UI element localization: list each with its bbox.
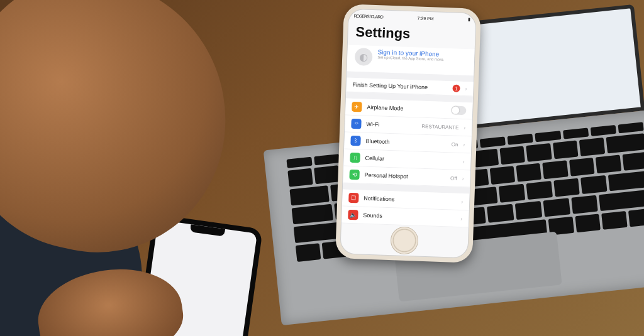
- airplane-toggle[interactable]: [451, 106, 466, 115]
- sign-in-row[interactable]: ◐ Sign in to your iPhone Set up iCloud, …: [347, 45, 474, 76]
- chevron-right-icon: ›: [462, 158, 464, 165]
- wifi-label: Wi-Fi: [366, 121, 416, 129]
- wifi-icon: ⌔: [351, 119, 362, 129]
- chevron-right-icon: ›: [462, 175, 464, 182]
- hotspot-value: Off: [450, 175, 457, 181]
- wifi-value: RESTAURANTE: [421, 123, 458, 130]
- chevron-right-icon: ›: [461, 198, 463, 205]
- hotspot-icon: ⟲: [349, 170, 360, 180]
- status-time: 7:29 PM: [417, 16, 433, 21]
- airplane-label: Airplane Mode: [367, 104, 446, 113]
- hotspot-label: Personal Hotspot: [364, 172, 445, 181]
- chevron-right-icon: ›: [465, 85, 467, 92]
- chevron-right-icon: ›: [460, 215, 462, 222]
- photo-scene: ed Help? ROGERS / CLARO 7:29 PM: [0, 0, 644, 336]
- alert-badge-icon: 1: [452, 84, 460, 92]
- avatar-icon: ◐: [355, 48, 373, 66]
- bluetooth-value: On: [452, 141, 458, 147]
- bluetooth-icon: ᛒ: [350, 136, 361, 146]
- sounds-icon: 🔈: [348, 210, 358, 220]
- cellular-label: Cellular: [365, 155, 457, 165]
- battery-icon: ▮: [468, 17, 470, 22]
- notifications-label: Notifications: [364, 195, 456, 205]
- carrier-label: ROGERS / CLARO: [353, 13, 383, 19]
- chevron-right-icon: ›: [464, 124, 465, 131]
- cellular-icon: ⎍: [350, 153, 360, 163]
- airplane-icon: ✈: [352, 102, 362, 112]
- chevron-right-icon: ›: [463, 141, 465, 148]
- page-title: Settings: [348, 20, 475, 50]
- iphone-settings: ROGERS / CLARO 7:29 PM ▮ Settings ◐ Sign…: [335, 4, 481, 263]
- bluetooth-label: Bluetooth: [365, 138, 447, 147]
- sounds-label: Sounds: [363, 212, 455, 222]
- notifications-icon: ☐: [348, 193, 359, 203]
- sounds-row[interactable]: 🔈 Sounds ›: [341, 206, 469, 227]
- finish-setup-label: Finish Setting Up Your iPhone: [352, 82, 447, 91]
